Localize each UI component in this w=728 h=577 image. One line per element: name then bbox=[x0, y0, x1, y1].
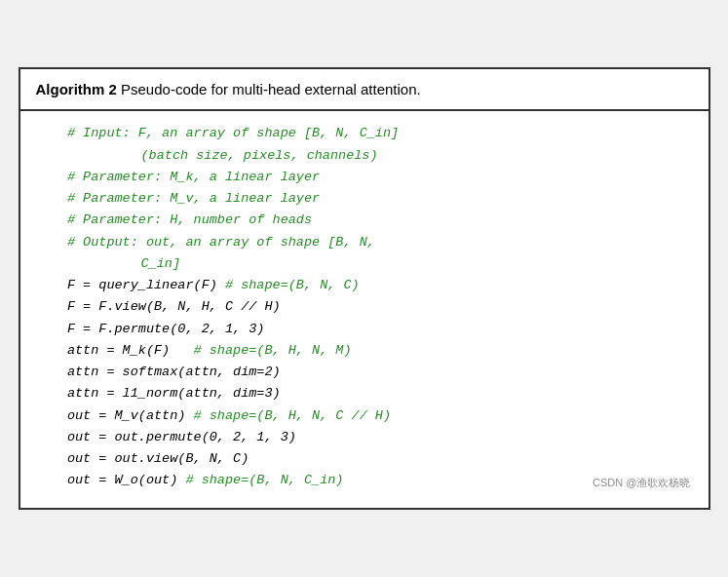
comment-line-2: # Parameter: M_k, a linear layer bbox=[36, 167, 693, 188]
comment-line-4: # Parameter: H, number of heads bbox=[36, 210, 693, 231]
code-line-5: attn = softmax(attn, dim=2) bbox=[36, 362, 693, 383]
comment-line-3: # Parameter: M_v, a linear layer bbox=[36, 188, 693, 210]
algorithm-box: Algorithm 2 Pseudo-code for multi-head e… bbox=[19, 67, 710, 510]
comment-line-5b: C_in] bbox=[36, 253, 693, 275]
code-line-6: attn = l1_norm(attn, dim=3) bbox=[36, 383, 693, 404]
code-line-2: F = F.view(B, N, H, C // H) bbox=[36, 296, 693, 318]
algorithm-header: Algorithm 2 Pseudo-code for multi-head e… bbox=[20, 69, 709, 111]
code-line-4: attn = M_k(F) # shape=(B, H, N, M) bbox=[36, 340, 693, 362]
comment-line-1b: (batch size, pixels, channels) bbox=[36, 145, 693, 167]
comment-line-5a: # Output: out, an array of shape [B, N, bbox=[36, 232, 693, 253]
code-line-3: F = F.permute(0, 2, 1, 3) bbox=[36, 319, 693, 340]
code-line-1: F = query_linear(F) # shape=(B, N, C) bbox=[36, 275, 693, 296]
code-line-9: out = out.view(B, N, C) bbox=[36, 448, 693, 470]
code-line-7: out = M_v(attn) # shape=(B, H, N, C // H… bbox=[36, 405, 693, 427]
algorithm-label: Algorithm 2 bbox=[36, 81, 117, 97]
code-line-8: out = out.permute(0, 2, 1, 3) bbox=[36, 427, 693, 448]
algorithm-title: Pseudo-code for multi-head external atte… bbox=[117, 81, 421, 97]
algorithm-body: # Input: F, an array of shape [B, N, C_i… bbox=[20, 111, 709, 508]
watermark: CSDN @渔歌欢杨晓 bbox=[593, 476, 690, 490]
page-wrapper: Algorithm 2 Pseudo-code for multi-head e… bbox=[19, 67, 710, 510]
comment-line-1a: # Input: F, an array of shape [B, N, C_i… bbox=[36, 123, 693, 144]
